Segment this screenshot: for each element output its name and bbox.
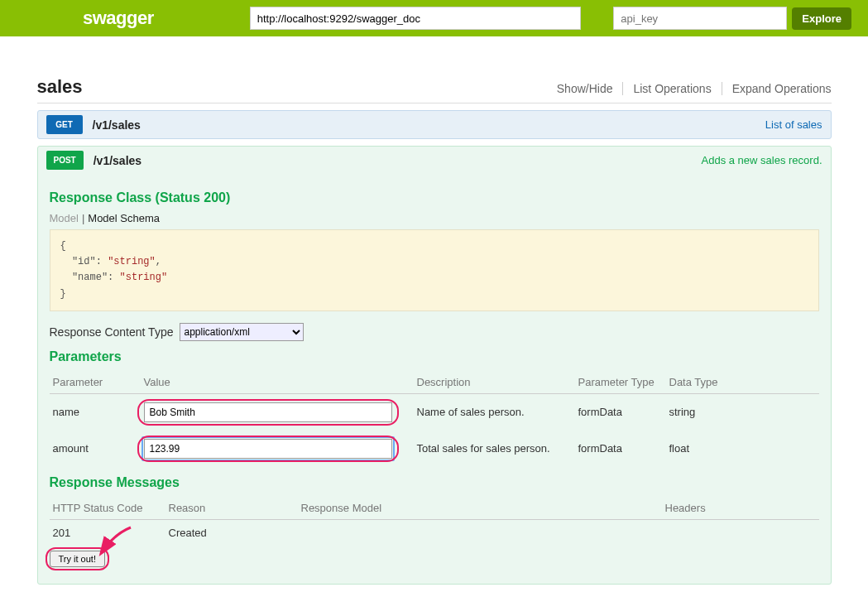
th-reason: Reason [165, 497, 298, 520]
th-data-type: Data Type [666, 371, 819, 394]
th-response-model: Response Model [298, 497, 662, 520]
param-ptype: formData [575, 431, 666, 467]
resource-links: Show/Hide List Operations Expand Operati… [547, 82, 832, 95]
operation-post-path[interactable]: /v1/sales [94, 154, 141, 167]
resp-code: 201 [50, 519, 165, 546]
response-content-type-row: Response Content Type application/xml [50, 323, 819, 341]
schema-val-id: string [113, 256, 149, 267]
param-name: name [50, 393, 141, 431]
resp-reason: Created [165, 519, 298, 546]
table-row: name Name of sales person. formData stri… [50, 393, 819, 431]
response-messages-table: HTTP Status Code Reason Response Model H… [50, 497, 819, 546]
try-it-out-button[interactable]: Try it out! [50, 551, 105, 567]
method-badge-get: GET [46, 115, 83, 134]
tab-model-schema[interactable]: Model Schema [88, 212, 160, 224]
operation-get[interactable]: GET /v1/sales List of sales [37, 110, 832, 139]
response-class-title: Response Class (Status 200) [50, 190, 819, 205]
table-row: amount Total sales for sales person. for… [50, 431, 819, 467]
operation-post-summary[interactable]: Adds a new sales record. [702, 154, 822, 166]
operation-get-summary[interactable]: List of sales [765, 118, 822, 131]
param-dtype: float [666, 431, 819, 467]
showhide-link[interactable]: Show/Hide [547, 82, 624, 95]
param-dtype: string [666, 393, 819, 431]
parameters-table: Parameter Value Description Parameter Ty… [50, 371, 819, 467]
th-status-code: HTTP Status Code [50, 497, 165, 520]
param-desc: Name of sales person. [414, 393, 575, 431]
top-header: swagger Explore [0, 0, 868, 36]
logo: swagger [83, 7, 154, 29]
response-content-type-label: Response Content Type [50, 325, 174, 339]
main-container: sales Show/Hide List Operations Expand O… [37, 76, 832, 585]
operation-get-path[interactable]: /v1/sales [93, 118, 141, 132]
response-messages-title: Response Messages [50, 475, 819, 490]
param-ptype: formData [575, 393, 666, 431]
model-tabs: Model|Model Schema [50, 212, 819, 224]
operation-post-header[interactable]: POST /v1/sales Adds a new sales record. [38, 147, 831, 174]
resource-header: sales Show/Hide List Operations Expand O… [37, 76, 832, 103]
resource-title[interactable]: sales [37, 76, 547, 98]
th-description: Description [414, 371, 575, 394]
th-parameter-type: Parameter Type [575, 371, 666, 394]
th-headers: Headers [662, 497, 819, 520]
param-amount-input[interactable] [144, 439, 392, 459]
schema-box[interactable]: { "id": "string", "name": "string" } [50, 229, 819, 311]
th-parameter: Parameter [50, 371, 141, 394]
schema-val-name: string [126, 272, 161, 283]
tab-model[interactable]: Model [50, 212, 79, 224]
th-value: Value [141, 371, 414, 394]
operation-post: POST /v1/sales Adds a new sales record. … [37, 146, 832, 585]
parameters-title: Parameters [50, 349, 819, 364]
operation-post-body: Response Class (Status 200) Model|Model … [38, 174, 831, 584]
method-badge-post: POST [46, 151, 84, 170]
param-desc: Total sales for sales person. [414, 431, 575, 467]
swagger-url-input[interactable] [250, 7, 581, 30]
explore-button[interactable]: Explore [792, 7, 851, 30]
param-name-input[interactable] [144, 402, 392, 422]
operation-get-header: GET /v1/sales List of sales [38, 111, 831, 138]
table-row: 201 Created [50, 519, 819, 546]
list-operations-link[interactable]: List Operations [623, 82, 722, 95]
schema-key-id: id [78, 256, 89, 267]
param-name: amount [50, 431, 141, 467]
schema-key-name: name [78, 272, 102, 283]
response-content-type-select[interactable]: application/xml [180, 323, 304, 341]
apikey-input[interactable] [613, 7, 787, 30]
expand-operations-link[interactable]: Expand Operations [722, 82, 832, 95]
